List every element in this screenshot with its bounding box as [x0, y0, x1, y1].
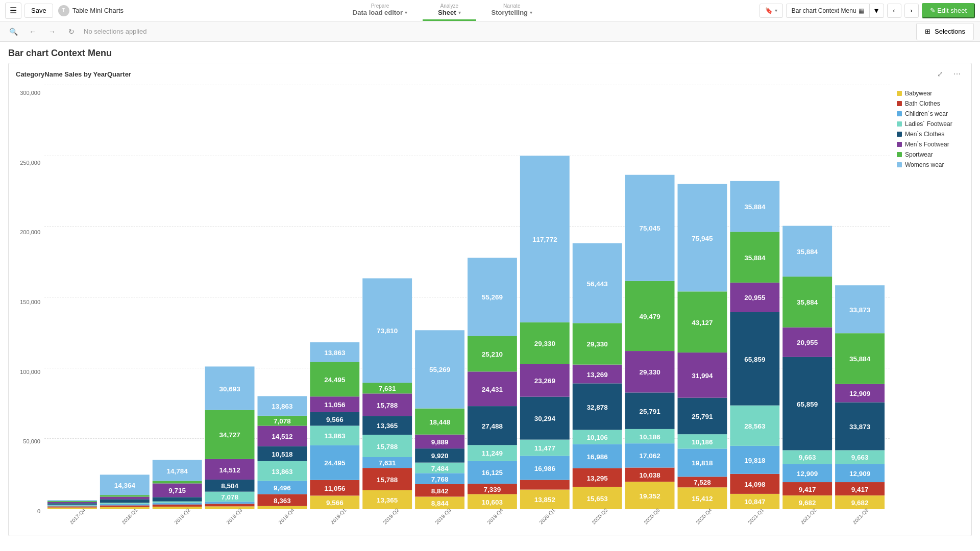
edit-sheet-button[interactable]: ✎ Edit sheet — [922, 3, 975, 18]
legend-dot-sportwear — [897, 152, 902, 157]
hamburger-icon: ☰ — [10, 6, 17, 15]
svg-text:7,078: 7,078 — [221, 494, 238, 501]
expand-button[interactable]: ⤢ — [934, 68, 947, 80]
svg-text:32,878: 32,878 — [587, 404, 608, 411]
narrate-chevron: ▾ — [530, 10, 532, 15]
svg-text:9,682: 9,682 — [799, 499, 816, 507]
svg-text:13,863: 13,863 — [272, 468, 292, 475]
legend-dot-childrens — [897, 111, 902, 116]
nav-left: ☰ Save T Table Mini Charts — [0, 3, 131, 19]
svg-text:75,945: 75,945 — [692, 235, 713, 242]
context-menu-icon: ▦ — [859, 7, 864, 14]
svg-rect-121 — [520, 480, 570, 490]
legend-label-sportwear: Sportwear — [905, 151, 933, 158]
nav-prepare[interactable]: Prepare Data load editor ▾ — [337, 0, 423, 21]
back-button[interactable]: ← — [26, 24, 40, 39]
svg-text:34,727: 34,727 — [219, 432, 240, 439]
legend-babywear: Babywear — [897, 90, 964, 97]
chart-title: CategoryName Sales by YearQuarter — [16, 70, 131, 78]
second-bar: 🔍 ← → ↻ No selections applied ⊞ Selectio… — [0, 21, 980, 42]
legend-label-bathclothes: Bath Clothes — [905, 100, 940, 107]
chart-actions: ⤢ ⋯ — [934, 68, 964, 80]
svg-text:9,920: 9,920 — [431, 453, 449, 460]
selections-label: Selections — [935, 28, 965, 35]
svg-text:31,994: 31,994 — [692, 372, 713, 379]
narrate-label: Narrate — [503, 3, 520, 9]
svg-text:65,859: 65,859 — [797, 400, 818, 408]
svg-text:7,631: 7,631 — [379, 460, 396, 467]
chart-svg: 14,3649,71514,7847,0788,50414,51234,7273… — [44, 85, 888, 509]
svg-text:35,884: 35,884 — [797, 299, 818, 306]
x-axis: 2017-Q42018-Q12018-Q22018-Q32018-Q42019-… — [44, 509, 890, 535]
svg-text:15,788: 15,788 — [377, 476, 398, 483]
page-title: Bar chart Context Menu — [0, 42, 980, 63]
nav-narrate[interactable]: Narrate Storytelling ▾ — [476, 0, 548, 21]
more-options-button[interactable]: ⋯ — [950, 68, 964, 80]
y-label-200k: 200,000 — [20, 229, 40, 235]
svg-text:16,986: 16,986 — [587, 453, 608, 460]
prev-button[interactable]: ‹ — [887, 4, 901, 18]
svg-text:8,844: 8,844 — [431, 500, 449, 507]
analyze-inner: Sheet ▾ — [438, 9, 460, 16]
y-label-150k: 150,000 — [20, 299, 40, 305]
legend-dot-ladiesfootwear — [897, 121, 902, 127]
nav-right: 🔖 ▾ Bar chart Context Menu ▦ ▾ ‹ › ✎ Edi… — [754, 3, 980, 18]
refresh-button[interactable]: ↻ — [64, 24, 79, 39]
svg-text:9,417: 9,417 — [851, 486, 869, 493]
svg-text:35,884: 35,884 — [744, 204, 766, 211]
svg-text:14,098: 14,098 — [744, 481, 765, 488]
svg-text:29,330: 29,330 — [587, 341, 608, 348]
legend-label-babywear: Babywear — [905, 90, 932, 97]
bookmark-button[interactable]: 🔖 ▾ — [760, 4, 783, 18]
svg-text:9,417: 9,417 — [799, 486, 816, 493]
svg-text:18,448: 18,448 — [429, 418, 450, 425]
svg-text:25,210: 25,210 — [482, 350, 503, 358]
svg-text:56,443: 56,443 — [587, 280, 608, 287]
legend-bathclothes: Bath Clothes — [897, 100, 964, 107]
svg-text:8,842: 8,842 — [431, 487, 449, 494]
search-button[interactable]: 🔍 — [6, 24, 20, 39]
bookmark-icon: 🔖 — [765, 7, 773, 14]
svg-text:14,364: 14,364 — [114, 482, 136, 489]
narrate-inner: Storytelling ▾ — [492, 9, 533, 16]
legend-label-ladiesfootwear: Ladies´ Footwear — [905, 120, 952, 128]
svg-text:9,682: 9,682 — [851, 499, 869, 507]
svg-text:49,479: 49,479 — [639, 313, 660, 320]
svg-text:35,884: 35,884 — [744, 254, 766, 261]
svg-text:24,495: 24,495 — [324, 460, 345, 467]
svg-text:9,889: 9,889 — [431, 438, 449, 445]
no-selections-text: No selections applied — [84, 28, 911, 35]
svg-text:11,249: 11,249 — [482, 450, 503, 457]
svg-text:9,496: 9,496 — [274, 485, 291, 492]
svg-text:7,528: 7,528 — [694, 479, 711, 486]
svg-text:23,269: 23,269 — [534, 377, 555, 384]
y-label-0: 0 — [37, 508, 40, 514]
legend-mensfootwear: Men´s Footwear — [897, 141, 964, 148]
svg-text:10,106: 10,106 — [587, 434, 608, 441]
hamburger-menu[interactable]: ☰ — [5, 3, 21, 19]
svg-text:17,062: 17,062 — [639, 453, 660, 460]
chart-header: CategoryName Sales by YearQuarter ⤢ ⋯ — [9, 63, 971, 85]
selections-button[interactable]: ⊞ Selections — [916, 23, 974, 40]
grid-icon: ⊞ — [925, 28, 930, 35]
context-menu-selector[interactable]: Bar chart Context Menu ▦ ▾ — [786, 4, 884, 18]
chart-container: CategoryName Sales by YearQuarter ⤢ ⋯ 30… — [8, 63, 972, 536]
nav-analyze[interactable]: Analyze Sheet ▾ — [423, 0, 476, 21]
svg-text:9,566: 9,566 — [326, 416, 344, 423]
svg-text:20,955: 20,955 — [744, 294, 765, 302]
legend-dot-babywear — [897, 91, 902, 96]
svg-text:12,909: 12,909 — [849, 470, 870, 477]
svg-text:10,038: 10,038 — [639, 471, 660, 479]
svg-text:19,352: 19,352 — [639, 492, 660, 499]
legend-label-childrens: Children´s wear — [905, 110, 948, 117]
svg-rect-13 — [100, 497, 150, 499]
next-button[interactable]: › — [904, 4, 919, 18]
svg-text:13,863: 13,863 — [324, 433, 345, 440]
legend-label-womenswear: Womens wear — [905, 161, 944, 168]
forward-button[interactable]: → — [45, 24, 59, 39]
save-button[interactable]: Save — [24, 4, 53, 18]
svg-text:10,186: 10,186 — [639, 433, 660, 440]
svg-text:15,653: 15,653 — [587, 495, 608, 502]
svg-text:13,365: 13,365 — [377, 497, 398, 504]
context-dropdown-btn[interactable]: ▾ — [869, 4, 884, 17]
